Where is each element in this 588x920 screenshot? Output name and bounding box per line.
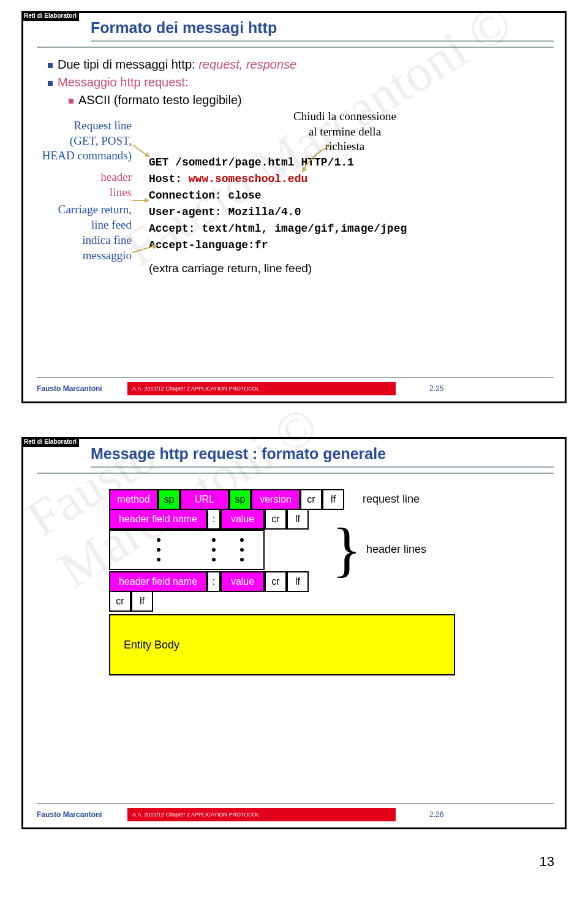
footer-rule [37,377,554,378]
bullet-icon [48,63,53,68]
brace-icon: } [332,528,361,571]
sub-bullet-icon [69,99,74,104]
slide-1: Reti di Elaboratori Formato dei messagi … [21,11,567,403]
slide-title: Formato dei messagi http [23,13,565,40]
bullet-1: Due tipi di messaggi http: request, resp… [48,58,552,72]
doc-page-number: 13 [0,829,588,882]
label-request-line: request line [363,489,420,510]
callout-close-conn: Chiudi la connessione al termine della r… [235,109,455,154]
arrow-icon [132,195,154,206]
bullet-icon [48,81,53,86]
anno-header-lines: header lines [12,170,132,200]
arrow-icon [132,243,162,256]
http-raw: GET /somedir/page.html HTTP/1.1 Host: ww… [149,154,541,278]
slide-footer: Fausto Marcantoni A.A. 2011/12 Chapter 2… [23,803,565,821]
page-number: 2.26 [429,810,443,819]
anno-carriage-return: Carriage return, line feed indica fine m… [12,202,132,263]
left-annotations: Request line (GET, POST, HEAD commands) … [12,118,132,263]
crlf-row: cr lf [109,591,565,612]
page-number: 2.25 [429,384,443,393]
arrow-icon [132,140,154,161]
entity-body-row: Entity Body [109,614,565,675]
footer-author: Fausto Marcantoni [37,384,127,393]
slide-footer: Fausto Marcantoni A.A. 2011/12 Chapter 2… [23,377,565,395]
slide-2: Reti di Elaboratori Message http request… [21,437,567,829]
label-header-lines: header lines [366,544,426,556]
request-line-row: method sp URL sp version cr lf request l… [109,489,565,510]
course-badge: Reti di Elaboratori [21,11,79,21]
title-rule [91,466,554,468]
bullet-2: Messaggio http request: [48,75,552,89]
footer-author: Fausto Marcantoni [37,810,127,819]
http-message-block: Chiudi la connessione al termine della r… [149,109,541,278]
anno-request-line: Request line (GET, POST, HEAD commands) [12,118,132,164]
svg-marker-3 [145,198,149,203]
arrow-icon [299,143,336,177]
bullet-3: ASCII (formato testo leggibile) [48,93,552,107]
title-rule [91,40,554,42]
slide-content: Due tipi di messaggi http: request, resp… [23,48,565,107]
footer-bar: A.A. 2011/12 Chapter 2 APPLICATION PROTO… [127,808,396,821]
dots-row: } header lines [109,528,565,571]
footer-bar: A.A. 2011/12 Chapter 2 APPLICATION PROTO… [127,382,396,395]
http-format-diagram: method sp URL sp version cr lf request l… [23,474,565,675]
slide-title: Message http request : formato generale [23,439,565,466]
footer-rule [37,803,554,804]
course-badge: Reti di Elaboratori [21,437,79,447]
